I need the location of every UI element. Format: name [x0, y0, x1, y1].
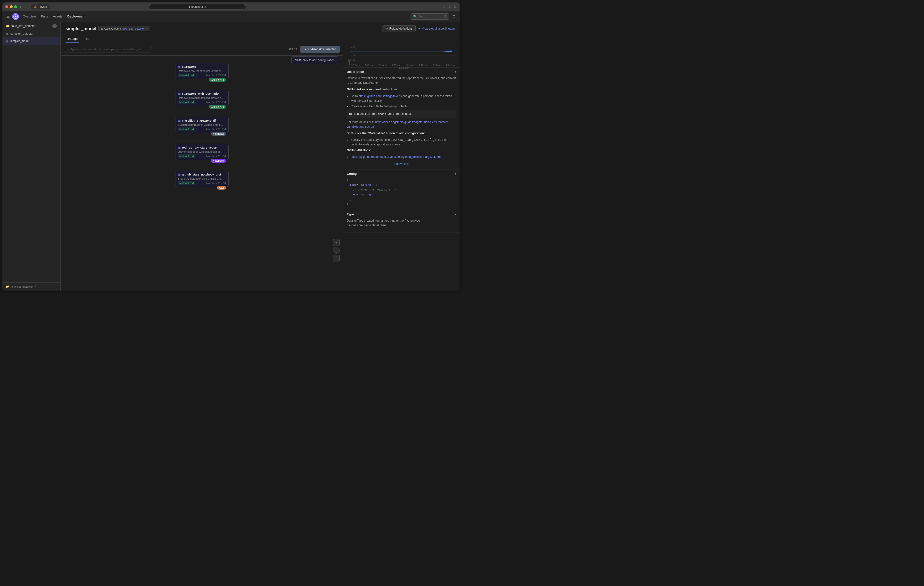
config-line-5: }	[347, 202, 456, 207]
sidebar-repo-name: fake_star_detector	[12, 24, 35, 28]
node-date: Mar 14, 2:25 PM	[206, 128, 226, 131]
svg-point-1	[15, 16, 16, 17]
sidebar-repo-item[interactable]: 📁 fake_star_detector 2	[2, 22, 60, 30]
main-content: 📁 fake_star_detector 2 ▦ complex_detecto…	[2, 22, 460, 291]
nav-runs[interactable]: Runs	[41, 13, 48, 19]
desc-token-strong: GitHub token is required.	[347, 88, 381, 91]
node-connector	[202, 133, 202, 140]
plus-icon: ✦	[304, 48, 307, 51]
github-tokens-link[interactable]: https://github.com/settings/tokens	[359, 94, 402, 98]
search-icon: 🔍	[413, 15, 417, 18]
nav-deployment[interactable]: Deployment	[68, 13, 86, 19]
graph-node-github-stars-notebook-gist[interactable]: ▦ github_stars_notebook_gist Share the n…	[175, 171, 229, 187]
share-icon: ⊕	[204, 6, 206, 8]
search-bar[interactable]: 🔍 Search... /	[411, 13, 449, 20]
asset-group-refresh-icon[interactable]: ↻	[145, 27, 148, 30]
tooltip-text: Shift+click to add configuration	[295, 58, 335, 62]
tabs: Lineage List	[66, 35, 455, 43]
desc-config-step: Specify the repository name in ops:raw_s…	[351, 137, 456, 147]
forward-button[interactable]: ›	[23, 4, 27, 10]
header-actions: ↻ Reload definitions ✦ View global asset…	[382, 25, 455, 32]
zoom-in-button[interactable]: +	[333, 239, 340, 246]
page-title: simpler_model	[66, 26, 96, 31]
node-tag-github: GitHub API	[209, 78, 226, 82]
show-less-button[interactable]: Show Less	[394, 162, 409, 166]
timestamp-badge: 0:17 ↻	[289, 48, 298, 51]
svg-text:242.0: 242.0	[350, 59, 355, 61]
refresh-icon-footer[interactable]: ↻	[35, 285, 37, 288]
graph-node-stargazers[interactable]: ▦ stargazers Retrieve a raw list of all …	[175, 63, 229, 79]
x-label-4: 2:21 p.m.	[406, 64, 415, 66]
reload-icon: ↻	[385, 27, 388, 30]
maximize-button[interactable]	[14, 5, 17, 8]
asset-group-link[interactable]: fake_star_detector	[122, 27, 145, 30]
refresh-icon-toolbar[interactable]: ↻	[296, 48, 299, 51]
address-bar[interactable]: ℹ localhost ⊕	[149, 4, 246, 10]
asset-group-text: Asset Group in	[104, 27, 122, 30]
share-page-icon[interactable]: ⬆	[442, 5, 446, 9]
add-tab-icon[interactable]: ＋	[448, 5, 451, 9]
node-desc: Retrieve a raw list of all users who st.…	[178, 70, 226, 72]
sidebar-item-complex-detector[interactable]: ▦ complex_detector	[2, 30, 60, 37]
browser-tab[interactable]: 🔒 Private	[31, 4, 50, 10]
node-header: ▦ github_stars_notebook_gist	[178, 173, 226, 176]
graph-node-real-vs-raw-stars-report[interactable]: ▦ real_vs_raw_stars_report Jupyter noteb…	[175, 144, 229, 160]
section-header-config[interactable]: Config ▾	[343, 169, 460, 178]
nav-overview[interactable]: Overview	[23, 13, 36, 19]
folder-icon: 📁	[6, 24, 10, 28]
nav-links: Overview Runs Assets Deployment	[23, 13, 86, 19]
github-token-code-block: GITHUB_ACCESS_TOKEN=ghp_YOUR_TOKEN_HERE	[347, 110, 456, 118]
description-chevron-icon: ▾	[455, 70, 456, 74]
desc-config-steps: Specify the repository name in ops:raw_s…	[347, 137, 456, 147]
node-title: stargazers_with_user_info	[182, 92, 219, 95]
desc-github-api-docs: GitHub API Docs:	[347, 148, 456, 153]
graph-node-classified-stargazers-df[interactable]: ▦ classified_stargazers_df Buildout data…	[175, 117, 229, 133]
lineage-toolbar: ✦ Type an asset subset... (ex: ++simpler…	[61, 43, 343, 56]
app-container: ☰ Overview Runs Assets Deployment 🔍 Sear…	[2, 11, 460, 291]
global-lineage-button[interactable]: ✦ View global asset lineage	[418, 27, 455, 30]
desc-more-details-text: For more details, visit	[347, 121, 375, 124]
asset-filter-input[interactable]: ✦ Type an asset subset... (ex: ++simpler…	[64, 46, 152, 53]
chart-y-label: Value	[348, 59, 350, 65]
close-button[interactable]	[5, 5, 8, 8]
node-footer: Materialized Mar 14, 2:24 PM	[178, 74, 226, 77]
lineage-graph: ▦ stargazers Retrieve a raw list of all …	[61, 56, 343, 291]
app-header: ☰ Overview Runs Assets Deployment 🔍 Sear…	[2, 11, 460, 22]
content-title: simpler_model ▦ Asset Group in fake_star…	[66, 26, 150, 31]
tab-list[interactable]: List	[84, 35, 90, 43]
chart-svg: 243.5 243.0 242.5 242.0	[350, 46, 456, 63]
minimize-button[interactable]	[10, 5, 13, 8]
node-tag-github: GitHub API	[209, 105, 226, 109]
chart-container: Value	[343, 43, 460, 68]
reload-definitions-button[interactable]: ↻ Reload definitions	[382, 25, 416, 32]
zoom-center-button[interactable]: ○	[333, 247, 340, 254]
global-lineage-label: View global asset lineage	[422, 27, 455, 30]
zoom-out-button[interactable]: −	[333, 255, 340, 262]
type-chevron-icon: ▾	[455, 213, 456, 216]
chart-x-labels: 2:17 p.m. 2:18 p.m. 2:19 p.m. 2:20 p.m. …	[350, 63, 456, 66]
section-header-type[interactable]: Type ▾	[343, 210, 460, 219]
node-header: ▦ classified_stargazers_df	[178, 119, 226, 122]
settings-icon[interactable]: ⚙	[452, 14, 456, 19]
browser-nav: ‹ ›	[19, 4, 27, 10]
materialized-badge: Materialized	[178, 154, 195, 158]
tab-lineage[interactable]: Lineage	[66, 35, 79, 43]
nav-assets[interactable]: Assets	[53, 13, 63, 19]
materialized-badge: Materialized	[178, 74, 195, 77]
pygithub-link[interactable]: https://pygithub.readthedocs.io/en/lates…	[351, 155, 441, 159]
section-header-description[interactable]: Description ▾	[343, 68, 460, 76]
sidebar-item-label: complex_detector	[10, 32, 33, 35]
sidebar-item-label-active: simpler_model	[10, 39, 30, 43]
node-title: github_stars_notebook_gist	[182, 173, 221, 176]
hamburger-menu[interactable]: ☰	[6, 14, 10, 19]
reload-btn-label: Reload definitions	[389, 27, 412, 30]
back-button[interactable]: ‹	[19, 4, 22, 10]
node-desc: Retrieve individual detailed profiles o.…	[178, 96, 226, 99]
materialize-selected-button[interactable]: ✦ + Materialize selected	[300, 46, 340, 53]
graph-node-stargazers-with-user-info[interactable]: ▦ stargazers_with_user_info Retrieve ind…	[175, 90, 229, 106]
sidebar-item-simpler-model[interactable]: ▦ simpler_model	[2, 37, 60, 45]
grid-icon[interactable]: ⊞	[454, 5, 457, 9]
config-line-0: {	[347, 178, 456, 183]
filter-icon: ✦	[67, 48, 69, 51]
node-icon: ▦	[178, 92, 180, 95]
